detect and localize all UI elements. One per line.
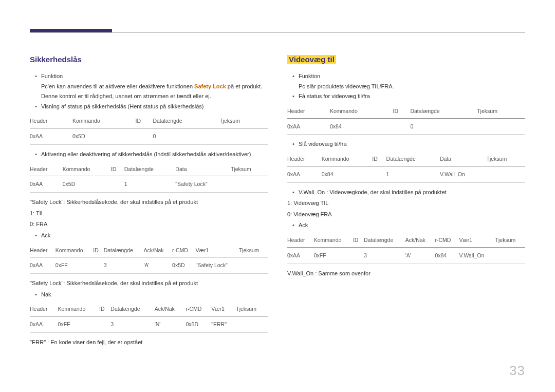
th: Tjeksum (219, 114, 268, 128)
highlight-video-wall: Videovæg til (287, 55, 336, 64)
td: 'N' (155, 316, 186, 333)
content-columns: Sikkerhedslås Funktion Pc'en kan anvende… (30, 53, 525, 349)
th: Kommando (330, 104, 393, 118)
td: 0xAA (287, 166, 322, 182)
th: Kommando (58, 302, 100, 316)
bullet-function: Funktion (299, 72, 525, 81)
th: ID (111, 162, 124, 176)
table-header-row: Header Kommando ID Datalængde Ack/Nak r-… (30, 244, 268, 257)
note-safety-lock-code2: "Safety Lock": Sikkerhedslåsekode, der s… (30, 279, 268, 288)
td: 'A' (144, 257, 173, 274)
th: Vær1 (196, 244, 239, 257)
left-bullets-5: Nak (30, 290, 268, 300)
th: Ack/Nak (405, 233, 435, 247)
th: Kommando (322, 152, 373, 166)
th: Vær1 (459, 233, 495, 247)
td (231, 176, 268, 193)
section-title-safety-lock: Sikkerhedslås (30, 53, 82, 66)
th: r-CMD (186, 302, 211, 316)
td: 0xAA (30, 176, 63, 193)
td: 0xAA (287, 247, 314, 264)
th: Kommando (314, 233, 353, 247)
td: "ERR" (211, 316, 236, 333)
td: 0x5D (186, 316, 211, 333)
td (93, 257, 103, 274)
td (111, 176, 124, 193)
table-set-vw: Header Kommando ID Datalængde Data Tjeks… (287, 152, 525, 183)
table-row: 0xAA 0x84 0 (287, 118, 525, 135)
note-vwall-same: V.Wall_On : Samme som ovenfor (287, 269, 525, 278)
left-bullets-2: Visning af status på sikkerhedslås (Hent… (30, 102, 268, 111)
header-rule (30, 32, 525, 33)
th: ID (353, 233, 364, 247)
td (99, 316, 110, 333)
td (239, 257, 268, 274)
right-bullets-2: Få status for videovæg til/fra (287, 92, 525, 101)
note-on: 1: TIL (30, 209, 268, 218)
td: 1 (124, 176, 176, 193)
section-title-video-wall: Videovæg til (287, 53, 336, 66)
td: 0xFF (55, 257, 94, 274)
th: Datalængde (153, 114, 219, 128)
th: Vær1 (211, 302, 236, 316)
table-header-row: Header Kommando ID Datalængde Ack/Nak r-… (287, 233, 525, 247)
td: 0x84 (330, 118, 393, 135)
td (353, 247, 364, 264)
th: Header (287, 104, 330, 118)
bullet-set-lock: Aktivering eller deaktivering af sikkerh… (41, 150, 268, 159)
bullet-ack: Ack (41, 231, 268, 240)
table-row: 0xAA 0xFF 3 'A' 0x5D "Safety Lock" (30, 257, 268, 274)
left-bullets-3: Aktivering eller deaktivering af sikkerh… (30, 150, 268, 159)
td: 0xFF (314, 247, 353, 264)
th: Tjeksum (231, 162, 268, 176)
td (393, 118, 411, 135)
td: 0x84 (435, 247, 459, 264)
table-header-row: Header Kommando ID Datalængde Ack/Nak r-… (30, 302, 268, 316)
th: ID (393, 104, 411, 118)
th: Tjeksum (239, 244, 268, 257)
td: 0x5D (172, 257, 195, 274)
document-page: Sikkerhedslås Funktion Pc'en kan anvende… (0, 0, 555, 392)
td: 0xAA (30, 128, 72, 145)
right-bullets-5: Ack (287, 221, 525, 230)
function-desc: Pc slår produktets videovæg TIL/FRA. (287, 82, 525, 91)
td: 1 (386, 166, 440, 182)
table-row: 0xAA 0x84 1 V.Wall_On (287, 166, 525, 182)
note-vw-off: 0: Videovæg FRA (287, 210, 525, 219)
th: Header (287, 152, 322, 166)
table-row: 0xAA 0xFF 3 'A' 0x84 V.Wall_On (287, 247, 525, 264)
td (136, 128, 153, 145)
td: 0xAA (287, 118, 330, 135)
td (372, 166, 386, 182)
th: Datalængde (364, 233, 405, 247)
td: 0x84 (322, 166, 373, 182)
th: Kommando (63, 162, 111, 176)
table-header-row: Header Kommando ID Datalængde Tjeksum (287, 104, 525, 118)
td: V.Wall_On (440, 166, 487, 182)
table-header-row: Header Kommando ID Datalængde Tjeksum (30, 114, 268, 128)
td: 0x5D (63, 176, 111, 193)
safety-lock-emphasis: Safety Lock (194, 83, 226, 89)
table-header-row: Header Kommando ID Datalængde Data Tjeks… (30, 162, 268, 176)
table-nak: Header Kommando ID Datalængde Ack/Nak r-… (30, 302, 268, 333)
td: 0xAA (30, 257, 55, 274)
table-ack-vw: Header Kommando ID Datalængde Ack/Nak r-… (287, 233, 525, 264)
bullet-function: Funktion (41, 72, 268, 81)
th: Data (175, 162, 231, 176)
bullet-get-status: Visning af status på sikkerhedslås (Hent… (41, 102, 268, 111)
table-get-status-vw: Header Kommando ID Datalængde Tjeksum 0x… (287, 104, 525, 135)
right-bullets-3: Slå videovæg til/fra (287, 140, 525, 149)
left-column: Sikkerhedslås Funktion Pc'en kan anvende… (30, 53, 268, 349)
note-safety-lock-code: "Safety Lock": Sikkerhedslåsekode, der s… (30, 198, 268, 207)
td: 3 (364, 247, 405, 264)
th: Datalængde (386, 152, 440, 166)
bullet-nak: Nak (41, 290, 268, 300)
right-column: Videovæg til Funktion Pc slår produktets… (287, 53, 525, 349)
th: ID (93, 244, 103, 257)
note-off: 0: FRA (30, 220, 268, 229)
th: Header (30, 302, 58, 316)
table-header-row: Header Kommando ID Datalængde Data Tjeks… (287, 152, 525, 166)
th: Ack/Nak (155, 302, 186, 316)
th: r-CMD (435, 233, 459, 247)
th: Header (287, 233, 314, 247)
